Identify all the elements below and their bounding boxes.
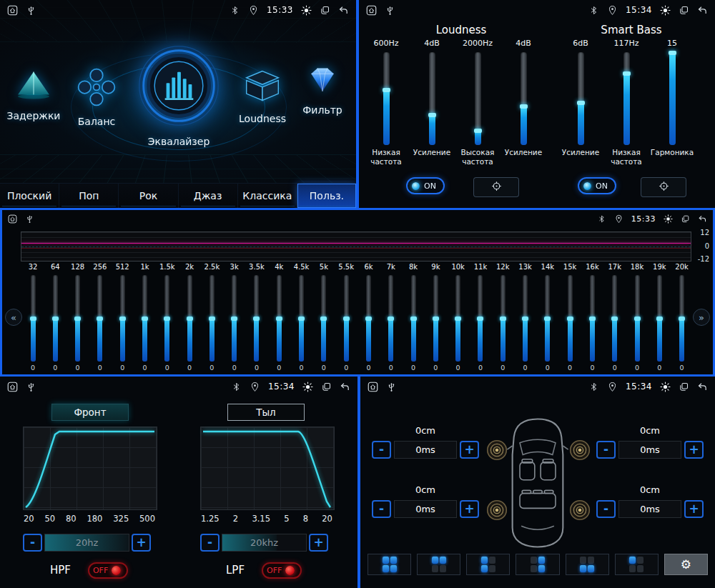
menu-item-delays[interactable]: Задержки	[3, 69, 64, 121]
band-slider[interactable]	[366, 275, 371, 362]
slider-track[interactable]	[475, 52, 481, 145]
band-slider[interactable]	[500, 275, 506, 362]
back-icon[interactable]	[338, 5, 349, 16]
loudness-on-toggle[interactable]: ON	[406, 177, 445, 194]
lpf-decrease-button[interactable]: -	[200, 534, 220, 552]
band-slider[interactable]	[142, 275, 147, 362]
slider-track[interactable]	[521, 52, 527, 145]
band-slider[interactable]	[321, 275, 326, 362]
back-icon[interactable]	[697, 5, 708, 16]
band-slider[interactable]	[120, 275, 125, 362]
preset-tab-flat[interactable]: Плоский	[0, 184, 59, 208]
preset-tab-user[interactable]: Польз.	[297, 184, 356, 208]
band-slider[interactable]	[97, 275, 102, 362]
recent-apps-icon[interactable]	[320, 5, 330, 16]
delay-decrease-button[interactable]: -	[372, 441, 391, 459]
back-icon[interactable]	[340, 382, 350, 392]
listening-zone-button[interactable]	[368, 554, 411, 575]
listening-zone-button[interactable]	[516, 554, 559, 575]
delay-decrease-button[interactable]: -	[596, 441, 616, 459]
lpf-increase-button[interactable]: +	[309, 534, 328, 552]
slider-track[interactable]	[429, 52, 435, 145]
listening-zone-button[interactable]	[615, 554, 659, 575]
band-slider[interactable]	[657, 275, 662, 362]
preset-tab-classic[interactable]: Классика	[238, 184, 297, 208]
band-slider[interactable]	[209, 275, 214, 362]
brightness-icon[interactable]	[660, 382, 671, 392]
loudness-target-button[interactable]	[473, 177, 519, 197]
hpf-power-toggle[interactable]: OFF	[88, 562, 128, 579]
delay-increase-button[interactable]: +	[460, 441, 479, 459]
band-slider[interactable]	[254, 275, 259, 362]
slider-track[interactable]	[669, 52, 676, 145]
tab-front[interactable]: Фронт	[51, 404, 129, 421]
recent-apps-icon[interactable]	[681, 214, 690, 224]
band-slider[interactable]	[411, 275, 416, 362]
back-icon[interactable]	[697, 382, 708, 392]
home-icon[interactable]	[7, 382, 18, 392]
home-icon[interactable]	[7, 5, 18, 16]
listening-zone-button[interactable]	[466, 554, 510, 575]
brightness-icon[interactable]	[660, 5, 671, 16]
smartbass-on-toggle[interactable]: ON	[578, 177, 616, 194]
slider-track[interactable]	[578, 52, 584, 145]
smartbass-target-button[interactable]	[641, 177, 686, 197]
next-page-button[interactable]: »	[693, 309, 710, 326]
delay-increase-button[interactable]: +	[684, 441, 704, 459]
band-slider[interactable]	[679, 275, 684, 362]
band-slider[interactable]	[299, 275, 304, 362]
recent-apps-icon[interactable]	[321, 382, 332, 392]
hpf-increase-button[interactable]: +	[132, 534, 151, 552]
band-slider[interactable]	[590, 275, 595, 362]
listening-zone-button[interactable]	[566, 554, 609, 575]
preset-tab-rock[interactable]: Рок	[119, 184, 178, 208]
hpf-decrease-button[interactable]: -	[23, 534, 42, 552]
menu-item-balance[interactable]: Баланс	[64, 67, 129, 127]
band-slider[interactable]	[344, 275, 349, 362]
brightness-icon[interactable]	[301, 5, 312, 16]
home-icon[interactable]	[8, 214, 17, 224]
tab-rear[interactable]: Тыл	[227, 404, 305, 421]
band-slider[interactable]	[478, 275, 483, 362]
slider-track[interactable]	[623, 52, 630, 145]
recent-apps-icon[interactable]	[679, 382, 689, 392]
band-slider[interactable]	[455, 275, 460, 362]
band-slider[interactable]	[187, 275, 192, 362]
band-slider[interactable]	[523, 275, 528, 362]
delay-increase-button[interactable]: +	[684, 500, 704, 518]
scale-max: 12	[700, 229, 709, 236]
band-slider[interactable]	[635, 275, 640, 362]
recent-apps-icon[interactable]	[679, 5, 689, 16]
band-slider[interactable]	[277, 275, 282, 362]
lpf-power-toggle[interactable]: OFF	[262, 562, 302, 579]
loudness-section-title: Loudness	[422, 24, 500, 36]
home-icon[interactable]	[366, 5, 377, 16]
back-icon[interactable]	[698, 214, 707, 224]
band-slider[interactable]	[545, 275, 550, 362]
statusbar-right: 15:34	[588, 5, 708, 16]
menu-item-filter[interactable]: Фильтр	[292, 64, 353, 116]
delay-increase-button[interactable]: +	[460, 500, 479, 518]
band-slider[interactable]	[388, 275, 393, 362]
preset-tab-jazz[interactable]: Джаз	[179, 184, 238, 208]
delay-decrease-button[interactable]: -	[596, 500, 616, 518]
menu-item-loudness[interactable]: Loudness	[229, 67, 296, 124]
band-slider[interactable]	[31, 275, 36, 362]
band-slider[interactable]	[433, 275, 438, 362]
band-slider[interactable]	[612, 275, 617, 362]
band-slider[interactable]	[164, 275, 169, 362]
delay-decrease-button[interactable]: -	[372, 500, 391, 518]
menu-item-equalizer[interactable]: Эквалайзер	[126, 44, 232, 147]
listening-zone-button[interactable]	[417, 554, 460, 575]
band-slider[interactable]	[75, 275, 80, 362]
band-slider[interactable]	[53, 275, 58, 362]
home-icon[interactable]	[368, 382, 378, 392]
settings-button[interactable]: ⚙	[664, 554, 708, 575]
brightness-icon[interactable]	[302, 382, 313, 392]
preset-tab-pop[interactable]: Поп	[59, 184, 119, 208]
slider-track[interactable]	[383, 52, 390, 145]
brightness-icon[interactable]	[664, 214, 673, 224]
band-slider[interactable]	[568, 275, 573, 362]
band-slider[interactable]	[232, 275, 237, 362]
prev-page-button[interactable]: «	[5, 309, 22, 326]
